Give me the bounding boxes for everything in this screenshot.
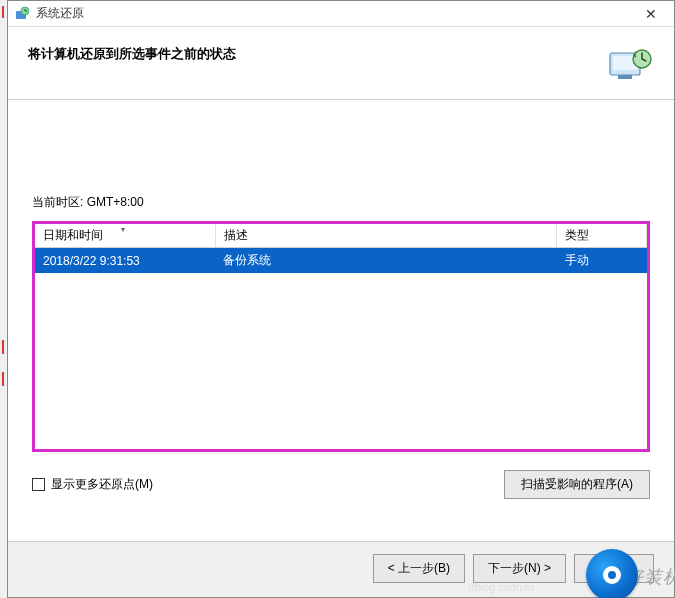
- table-row: [35, 295, 647, 317]
- table-row: [35, 317, 647, 339]
- show-more-checkbox[interactable]: 显示更多还原点(M): [32, 476, 153, 493]
- content-area: 当前时区: GMT+8:00 日期和时间 ▾ 描述 类型: [8, 100, 674, 541]
- header-text: 将计算机还原到所选事件之前的状态: [28, 45, 236, 63]
- below-table-row: 显示更多还原点(M) 扫描受影响的程序(A): [32, 470, 650, 499]
- col-header-date[interactable]: 日期和时间 ▾: [35, 224, 215, 248]
- table-body: 2018/3/22 9:31:53 备份系统 手动: [35, 248, 647, 450]
- cell-type: 手动: [557, 248, 647, 274]
- titlebar: 系统还原 ✕: [8, 1, 674, 27]
- checkbox-box-icon: [32, 478, 45, 491]
- system-restore-window: 系统还原 ✕ 将计算机还原到所选事件之前的状态 当前时区: GMT+8:00: [7, 0, 675, 598]
- timezone-label: 当前时区: GMT+8:00: [32, 194, 650, 211]
- cell-date: 2018/3/22 9:31:53: [35, 248, 215, 274]
- back-button[interactable]: < 上一步(B): [373, 554, 465, 583]
- left-edge-decor: [0, 0, 6, 598]
- dialog-header: 将计算机还原到所选事件之前的状态: [8, 27, 674, 100]
- col-header-type[interactable]: 类型: [557, 224, 647, 248]
- sort-desc-icon: ▾: [121, 225, 125, 234]
- table-row: [35, 383, 647, 405]
- watermark-url: //blog.csdn.m: [469, 581, 534, 593]
- next-button[interactable]: 下一步(N) >: [473, 554, 566, 583]
- close-icon: ✕: [645, 6, 657, 22]
- table-row: [35, 427, 647, 449]
- restore-points-highlight: 日期和时间 ▾ 描述 类型 2018/3/22 9:31:53 备份系统 手动: [32, 221, 650, 452]
- restore-icon: [606, 45, 654, 85]
- restore-points-table[interactable]: 日期和时间 ▾ 描述 类型 2018/3/22 9:31:53 备份系统 手动: [35, 224, 647, 449]
- table-row: [35, 405, 647, 427]
- table-header-row: 日期和时间 ▾ 描述 类型: [35, 224, 647, 248]
- app-icon: [14, 6, 30, 22]
- watermark-logo-icon: [586, 549, 638, 598]
- table-row: [35, 361, 647, 383]
- cell-desc: 备份系统: [215, 248, 557, 274]
- col-header-desc[interactable]: 描述: [215, 224, 557, 248]
- dialog-footer: //blog.csdn.m < 上一步(B) 下一步(N) > 取消 好装机: [8, 541, 674, 597]
- close-button[interactable]: ✕: [628, 1, 674, 27]
- col-header-date-label: 日期和时间: [43, 228, 103, 242]
- table-row: [35, 273, 647, 295]
- scan-affected-button[interactable]: 扫描受影响的程序(A): [504, 470, 650, 499]
- window-title: 系统还原: [36, 5, 628, 22]
- table-row[interactable]: 2018/3/22 9:31:53 备份系统 手动: [35, 248, 647, 274]
- show-more-label: 显示更多还原点(M): [51, 476, 153, 493]
- svg-rect-4: [618, 75, 632, 79]
- table-row: [35, 339, 647, 361]
